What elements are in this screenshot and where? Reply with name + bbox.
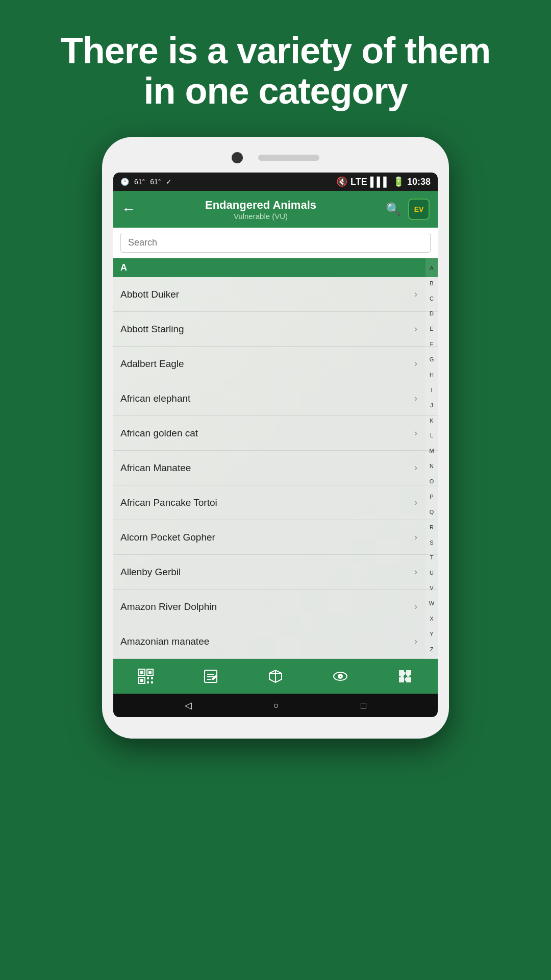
status-time: 10:38 [407, 177, 431, 187]
content-area: A A B C D E F G H I J K L M N O [113, 258, 438, 659]
animal-name: Alcorn Pocket Gopher [120, 532, 215, 543]
edit-icon [203, 668, 219, 684]
animal-name: African golden cat [120, 428, 198, 439]
list-item[interactable]: African golden cat › [113, 416, 438, 451]
animal-name: African elephant [120, 393, 190, 404]
list-item[interactable]: Alcorn Pocket Gopher › [113, 520, 438, 555]
svg-rect-7 [151, 677, 153, 679]
alpha-D[interactable]: D [430, 311, 434, 316]
chevron-right-icon: › [414, 428, 417, 438]
phone-outer: 🕐 61° 61° ✓ 🔇 LTE ▌▌▌ 🔋 10:38 ← Endanger… [102, 137, 449, 739]
alpha-A[interactable]: A [430, 265, 433, 271]
status-bars: ▌▌▌ [370, 177, 390, 187]
list-item[interactable]: Adalbert Eagle › [113, 347, 438, 381]
app-toolbar: ← Endangered Animals Vulnerable (VU) 🔍 E… [113, 191, 438, 228]
alpha-E[interactable]: E [430, 326, 433, 332]
search-icon[interactable]: 🔍 [386, 202, 401, 216]
search-input[interactable] [120, 233, 431, 253]
chevron-right-icon: › [414, 636, 417, 647]
list-item[interactable]: Abbott Duiker › [113, 277, 438, 312]
android-back-button[interactable]: ◁ [185, 700, 192, 711]
android-home-button[interactable]: ○ [273, 700, 279, 711]
alpha-T[interactable]: T [430, 555, 434, 560]
alphabet-sidebar[interactable]: A B C D E F G H I J K L M N O P Q [425, 258, 438, 659]
animal-name: African Manatee [120, 462, 191, 474]
alpha-Z[interactable]: Z [430, 647, 434, 652]
chevron-right-icon: › [414, 358, 417, 369]
list-item[interactable]: Abbott Starling › [113, 312, 438, 347]
chevron-right-icon: › [414, 567, 417, 577]
list-item[interactable]: African Manatee › [113, 451, 438, 485]
list-item[interactable]: African Pancake Tortoi › [113, 485, 438, 520]
chevron-right-icon: › [414, 289, 417, 300]
alpha-V[interactable]: V [430, 585, 433, 591]
chevron-right-icon: › [414, 324, 417, 334]
list-item[interactable]: African elephant › [113, 381, 438, 416]
chevron-right-icon: › [414, 393, 417, 404]
back-button[interactable]: ← [121, 201, 136, 217]
alpha-G[interactable]: G [430, 357, 434, 362]
nav-edit[interactable] [203, 668, 219, 684]
svg-rect-9 [151, 681, 153, 683]
chevron-right-icon: › [414, 601, 417, 612]
alpha-B[interactable]: B [430, 281, 433, 286]
nav-box[interactable] [267, 668, 284, 684]
alpha-X[interactable]: X [430, 616, 433, 622]
status-left: 🕐 61° 61° ✓ [120, 178, 172, 186]
alpha-R[interactable]: R [430, 525, 434, 530]
status-lte: LTE [350, 177, 367, 187]
toolbar-subtitle: Vulnerable (VU) [143, 212, 379, 220]
nav-qr[interactable] [138, 668, 154, 684]
qr-icon [138, 668, 154, 684]
bottom-nav [113, 659, 438, 694]
svg-rect-6 [147, 677, 149, 679]
alpha-J[interactable]: J [430, 403, 433, 408]
phone-speaker [258, 155, 319, 161]
nav-eye[interactable] [332, 668, 348, 684]
alpha-F[interactable]: F [430, 341, 434, 347]
status-battery: 🔋 [393, 176, 404, 187]
alpha-C[interactable]: C [430, 296, 434, 302]
list-item[interactable]: Amazonian manatee › [113, 624, 438, 659]
svg-point-18 [339, 675, 341, 677]
alpha-K[interactable]: K [430, 418, 433, 424]
alpha-L[interactable]: L [430, 433, 433, 438]
alpha-S[interactable]: S [430, 540, 433, 546]
alpha-W[interactable]: W [429, 601, 434, 606]
toolbar-title-block: Endangered Animals Vulnerable (VU) [143, 199, 379, 220]
animal-name: Abbott Starling [120, 324, 184, 335]
alpha-U[interactable]: U [430, 570, 434, 576]
nav-puzzle[interactable] [397, 668, 413, 684]
alpha-Y[interactable]: Y [430, 631, 433, 637]
android-recent-button[interactable]: □ [361, 700, 366, 711]
animal-name: Amazon River Dolphin [120, 601, 217, 612]
eye-icon [332, 668, 348, 684]
android-nav: ◁ ○ □ [113, 694, 438, 717]
phone-camera [232, 152, 243, 163]
animal-name: Adalbert Eagle [120, 358, 184, 370]
section-header-a: A [113, 258, 438, 277]
animal-list: Abbott Duiker › Abbott Starling › Adalbe… [113, 277, 438, 659]
alpha-M[interactable]: M [429, 448, 434, 454]
svg-rect-5 [140, 679, 143, 682]
alpha-H[interactable]: H [430, 372, 434, 378]
svg-rect-3 [148, 671, 152, 674]
list-item[interactable]: Allenby Gerbil › [113, 555, 438, 590]
status-clock: 🕐 [120, 178, 129, 186]
phone-bottom [113, 717, 438, 727]
animal-name: Abbott Duiker [120, 289, 179, 300]
puzzle-icon [397, 668, 413, 684]
list-item[interactable]: Amazon River Dolphin › [113, 590, 438, 624]
alpha-N[interactable]: N [430, 463, 434, 469]
alpha-O[interactable]: O [430, 479, 434, 484]
animal-name: Allenby Gerbil [120, 567, 181, 578]
alpha-I[interactable]: I [431, 387, 432, 393]
animal-name: African Pancake Tortoi [120, 497, 217, 508]
chevron-right-icon: › [414, 532, 417, 543]
alpha-Q[interactable]: Q [430, 509, 434, 515]
app-logo: EV [408, 199, 430, 220]
animal-name: Amazonian manatee [120, 636, 209, 647]
alpha-P[interactable]: P [430, 494, 433, 500]
phone-screen: 🕐 61° 61° ✓ 🔇 LTE ▌▌▌ 🔋 10:38 ← Endanger… [113, 173, 438, 717]
toolbar-title: Endangered Animals [143, 199, 379, 212]
